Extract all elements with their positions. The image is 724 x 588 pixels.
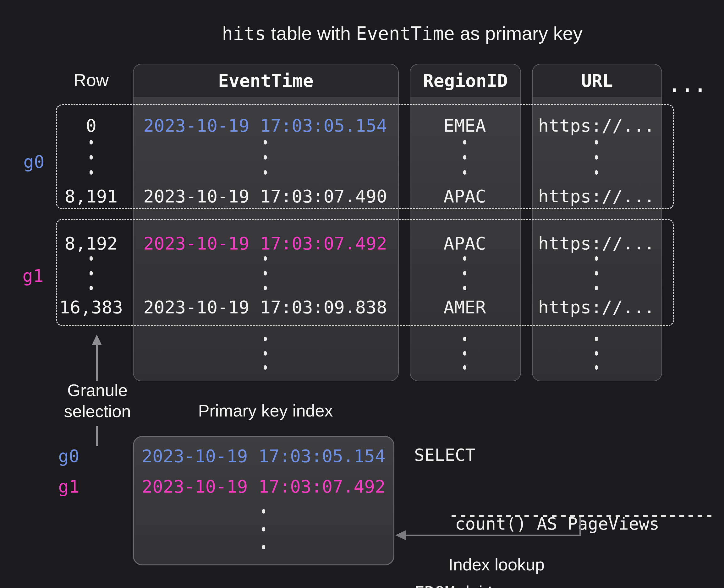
arrow-shaft xyxy=(96,344,98,381)
arrow-left-icon xyxy=(395,530,406,540)
index-entry-0: 2023-10-19 17:03:05.154 xyxy=(133,443,394,469)
primary-key-index-title: Primary key index xyxy=(156,400,375,421)
granule-0-frame xyxy=(56,104,674,209)
sql-line: FROM hits xyxy=(414,581,690,588)
sql-line: SELECT xyxy=(414,443,690,466)
index-entry-1: 2023-10-19 17:03:07.492 xyxy=(133,474,394,499)
granule-1-frame xyxy=(56,219,674,326)
index-granule-1-label: g1 xyxy=(48,474,89,499)
granule-selection-line2: selection xyxy=(35,401,160,422)
row-column-header: Row xyxy=(50,64,132,97)
index-lookup-arrow-vertical xyxy=(579,517,581,536)
index-lookup-arrow-horizontal xyxy=(405,534,581,536)
arrow-shaft xyxy=(96,426,98,446)
more-columns-ellipsis: ... xyxy=(666,75,710,96)
page-title: hits table with EventTime as primary key xyxy=(80,23,724,45)
arrow-up-icon xyxy=(92,335,102,345)
granule-0-label: g0 xyxy=(15,151,53,172)
title-key-name: EventTime xyxy=(356,23,455,44)
granule-1-label: g1 xyxy=(14,266,52,286)
granule-selection-line1: Granule xyxy=(35,380,160,401)
index-lookup-label: Index lookup xyxy=(418,555,575,574)
title-table-name: hits xyxy=(222,23,266,44)
vertical-ellipsis xyxy=(595,337,598,370)
vertical-ellipsis xyxy=(262,509,266,549)
column-header-eventtime: EventTime xyxy=(133,64,398,97)
index-granule-0-label: g0 xyxy=(48,443,89,469)
column-header-url: URL xyxy=(533,64,661,97)
granule-selection-label: Granule selection xyxy=(35,380,160,422)
where-condition-underline xyxy=(452,515,714,517)
title-tail-text: as primary key xyxy=(455,23,583,44)
vertical-ellipsis xyxy=(263,337,267,370)
title-mid-text: table with xyxy=(266,23,356,44)
column-header-regionid: RegionID xyxy=(410,64,520,97)
vertical-ellipsis xyxy=(463,337,467,370)
diagram-canvas: hits table with EventTime as primary key… xyxy=(0,0,724,588)
